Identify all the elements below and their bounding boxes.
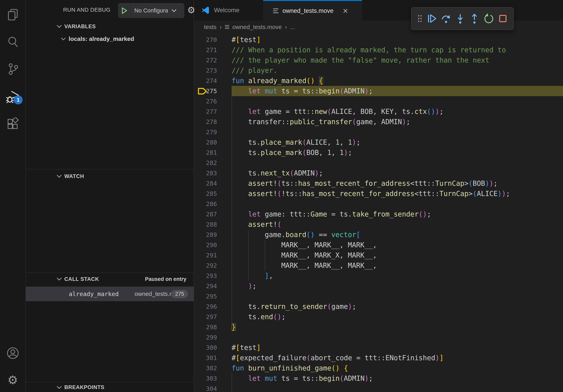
- code-line[interactable]: 297ts.end();: [194, 312, 563, 322]
- line-number[interactable]: 281: [206, 147, 217, 158]
- line-gutter[interactable]: 295: [194, 291, 231, 301]
- code-line[interactable]: 289game.board() == vector[: [194, 230, 563, 240]
- line-number[interactable]: 301: [206, 353, 217, 363]
- line-gutter[interactable]: 285: [194, 188, 231, 199]
- line-gutter[interactable]: 284: [194, 178, 231, 188]
- line-number[interactable]: 284: [206, 178, 217, 188]
- code-line[interactable]: 284assert!(ts::has_most_recent_for_addre…: [194, 178, 563, 188]
- code-line[interactable]: 302fun burn_unfinished_game() {: [194, 363, 563, 373]
- line-number[interactable]: 296: [206, 301, 217, 312]
- code-line[interactable]: 301#[expected_failure(abort_code = ttt::…: [194, 353, 563, 363]
- line-number[interactable]: 285: [206, 188, 217, 199]
- line-number[interactable]: 292: [206, 260, 217, 271]
- breadcrumb-item[interactable]: tests: [204, 24, 217, 30]
- line-gutter[interactable]: 274: [194, 76, 231, 86]
- line-gutter[interactable]: 287: [194, 209, 231, 219]
- line-number[interactable]: 282: [206, 158, 217, 168]
- line-gutter[interactable]: 290: [194, 240, 231, 250]
- line-number[interactable]: 278: [206, 117, 217, 127]
- line-number[interactable]: 277: [206, 106, 217, 117]
- line-number[interactable]: 297: [206, 312, 217, 322]
- code-line[interactable]: 276: [194, 96, 563, 106]
- line-number[interactable]: 274: [206, 76, 217, 86]
- line-gutter[interactable]: 302: [194, 363, 231, 373]
- line-number[interactable]: 303: [206, 373, 217, 383]
- line-gutter[interactable]: 283: [194, 168, 231, 178]
- line-gutter[interactable]: 271: [194, 45, 231, 55]
- line-number[interactable]: 299: [206, 332, 217, 342]
- line-gutter[interactable]: 280: [194, 137, 231, 147]
- line-gutter[interactable]: 276: [194, 96, 231, 106]
- stop-button[interactable]: [497, 13, 509, 25]
- tab-welcome[interactable]: Welcome: [194, 0, 263, 21]
- drag-handle-icon[interactable]: [416, 13, 424, 25]
- line-number[interactable]: 276: [206, 96, 217, 106]
- code-line[interactable]: 296ts.return_to_sender(game);: [194, 301, 563, 312]
- restart-button[interactable]: [483, 13, 495, 25]
- code-area[interactable]: 270#[test]271/// When a position is alre…: [194, 33, 563, 392]
- line-number[interactable]: 275: [206, 86, 217, 96]
- line-number[interactable]: 300: [206, 342, 217, 353]
- source-control-icon[interactable]: [0, 59, 26, 79]
- line-number[interactable]: 287: [206, 209, 217, 219]
- line-gutter[interactable]: 277: [194, 106, 231, 117]
- line-gutter[interactable]: 291: [194, 250, 231, 260]
- step-out-button[interactable]: [468, 13, 481, 25]
- search-icon[interactable]: [0, 32, 26, 52]
- line-gutter[interactable]: 299: [194, 332, 231, 342]
- code-line[interactable]: 295: [194, 291, 563, 301]
- section-header-variables[interactable]: VARIABLES: [26, 20, 194, 33]
- code-line[interactable]: 270#[test]: [194, 35, 563, 45]
- line-number[interactable]: 270: [206, 35, 217, 45]
- line-gutter[interactable]: 296: [194, 301, 231, 312]
- section-header-watch[interactable]: WATCH: [26, 169, 194, 183]
- line-number[interactable]: 279: [206, 127, 217, 137]
- start-debug-icon[interactable]: [118, 3, 131, 18]
- line-number[interactable]: 286: [206, 199, 217, 209]
- line-gutter[interactable]: 304: [194, 383, 231, 392]
- line-gutter[interactable]: 286: [194, 199, 231, 209]
- code-line[interactable]: 278transfer::public_transfer(game, ADMIN…: [194, 117, 563, 127]
- line-gutter[interactable]: 298: [194, 322, 231, 332]
- code-line[interactable]: 299: [194, 332, 563, 342]
- line-gutter[interactable]: 282: [194, 158, 231, 168]
- code-line[interactable]: 282: [194, 158, 563, 168]
- code-line[interactable]: 283ts.next_tx(ADMIN);: [194, 168, 563, 178]
- code-line[interactable]: 279: [194, 127, 563, 137]
- line-number[interactable]: 271: [206, 45, 217, 55]
- code-line[interactable]: 294);: [194, 281, 563, 291]
- line-number[interactable]: 289: [206, 230, 217, 240]
- code-line[interactable]: 303let mut ts = ts::begin(ADMIN);: [194, 373, 563, 383]
- code-line[interactable]: 274fun already_marked() {: [194, 76, 563, 86]
- line-number[interactable]: 302: [206, 363, 217, 373]
- line-gutter[interactable]: 293: [194, 271, 231, 281]
- code-line[interactable]: 273/// player.: [194, 65, 563, 76]
- code-line[interactable]: 298}: [194, 322, 563, 332]
- line-gutter[interactable]: 273: [194, 65, 231, 76]
- extensions-icon[interactable]: [0, 114, 26, 134]
- code-line[interactable]: 281ts.place_mark(BOB, 1, 1);: [194, 147, 563, 158]
- run-and-debug-icon[interactable]: 1: [0, 86, 26, 107]
- account-icon[interactable]: [0, 343, 26, 363]
- code-line[interactable]: 287let game: ttt::Game = ts.take_from_se…: [194, 209, 563, 219]
- code-line[interactable]: 285assert!(!ts::has_most_recent_for_addr…: [194, 188, 563, 199]
- debug-config-dropdown[interactable]: No Configura: [118, 3, 184, 18]
- code-line[interactable]: 292MARK__, MARK__, MARK__,: [194, 260, 563, 271]
- line-gutter[interactable]: 279: [194, 127, 231, 137]
- line-gutter[interactable]: 303: [194, 373, 231, 383]
- line-gutter[interactable]: 281: [194, 147, 231, 158]
- code-line[interactable]: 272/// the player who made the "false" m…: [194, 55, 563, 65]
- line-number[interactable]: 295: [206, 291, 217, 301]
- step-over-button[interactable]: [440, 13, 452, 25]
- section-header-breakpoints[interactable]: BREAKPOINTS: [26, 382, 194, 392]
- section-header-call-stack[interactable]: CALL STACK Paused on entry: [26, 272, 194, 285]
- explorer-icon[interactable]: [0, 4, 26, 25]
- line-gutter[interactable]: 270: [194, 35, 231, 45]
- line-gutter[interactable]: 288: [194, 219, 231, 230]
- line-number[interactable]: 293: [206, 271, 217, 281]
- breadcrumb-item[interactable]: owned_tests.move: [232, 24, 282, 30]
- line-number[interactable]: 294: [206, 281, 217, 291]
- line-gutter[interactable]: 292: [194, 260, 231, 271]
- code-line[interactable]: 293],: [194, 271, 563, 281]
- line-gutter[interactable]: 300: [194, 342, 231, 353]
